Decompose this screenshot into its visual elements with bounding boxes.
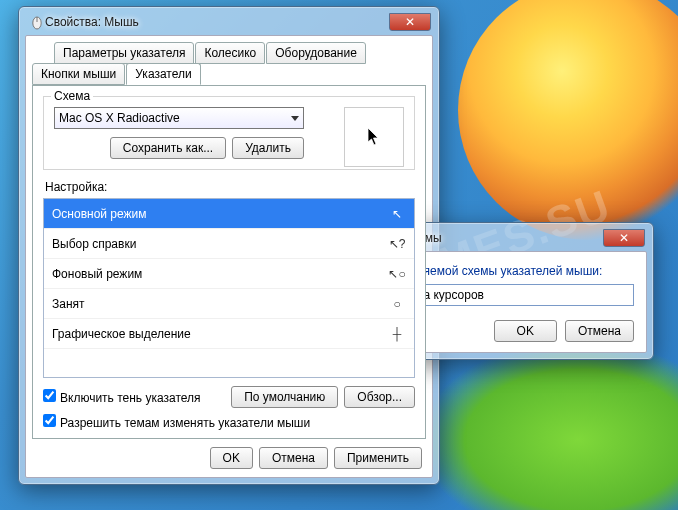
save-as-button[interactable]: Сохранить как... <box>110 137 226 159</box>
cursor-glyph: ↖○ <box>388 267 406 281</box>
tab-hardware[interactable]: Оборудование <box>266 42 366 64</box>
cursor-glyph: ┼ <box>388 327 406 341</box>
close-icon: ✕ <box>405 15 415 29</box>
scheme-group: Схема Mac OS X Radioactive Сохранить как… <box>43 96 415 170</box>
cursor-glyph: ↖? <box>388 237 406 251</box>
mouse-properties-window: Свойства: Мышь ✕ Параметры указателя Кол… <box>18 6 440 485</box>
pointer-list[interactable]: Основной режим↖Выбор справки↖?Фоновый ре… <box>43 198 415 378</box>
list-item-label: Фоновый режим <box>52 267 142 281</box>
scheme-legend: Схема <box>51 89 93 103</box>
cursor-glyph: ↖ <box>388 207 406 221</box>
apply-button[interactable]: Применить <box>334 447 422 469</box>
save-close-button[interactable]: ✕ <box>603 229 645 247</box>
browse-button[interactable]: Обзор... <box>344 386 415 408</box>
allow-themes-checkbox[interactable] <box>43 414 56 427</box>
chevron-down-icon <box>291 116 299 121</box>
scheme-combobox[interactable]: Mac OS X Radioactive <box>54 107 304 129</box>
list-item-label: Занят <box>52 297 85 311</box>
tab-pointers[interactable]: Указатели <box>126 63 200 85</box>
list-item[interactable]: Основной режим↖ <box>44 199 414 229</box>
list-item-label: Графическое выделение <box>52 327 191 341</box>
tab-wheel[interactable]: Колесико <box>195 42 265 64</box>
list-item-label: Основной режим <box>52 207 147 221</box>
allow-themes-label[interactable]: Разрешить темам изменять указатели мыши <box>43 414 310 430</box>
enable-shadow-checkbox[interactable] <box>43 389 56 402</box>
cursor-glyph: ○ <box>388 297 406 311</box>
tab-buttons[interactable]: Кнопки мыши <box>32 63 125 85</box>
ok-button[interactable]: OK <box>210 447 253 469</box>
tab-panel-pointers: Схема Mac OS X Radioactive Сохранить как… <box>32 85 426 439</box>
window-title: Свойства: Мышь <box>45 15 139 29</box>
mouse-icon <box>29 14 45 30</box>
close-icon: ✕ <box>619 231 629 245</box>
tab-pointer-options[interactable]: Параметры указателя <box>54 42 194 64</box>
scheme-value: Mac OS X Radioactive <box>59 111 180 125</box>
enable-shadow-label[interactable]: Включить тень указателя <box>43 389 201 405</box>
save-cancel-button[interactable]: Отмена <box>565 320 634 342</box>
default-button[interactable]: По умолчанию <box>231 386 338 408</box>
customize-label: Настройка: <box>45 180 415 194</box>
list-item-label: Выбор справки <box>52 237 136 251</box>
list-item[interactable]: Графическое выделение┼ <box>44 319 414 349</box>
list-item[interactable]: Занят○ <box>44 289 414 319</box>
list-item[interactable]: Фоновый режим↖○ <box>44 259 414 289</box>
cancel-button[interactable]: Отмена <box>259 447 328 469</box>
list-item[interactable]: Выбор справки↖? <box>44 229 414 259</box>
cursor-arrow-icon <box>367 127 381 147</box>
titlebar: Свойства: Мышь ✕ <box>25 13 433 35</box>
save-ok-button[interactable]: OK <box>494 320 557 342</box>
delete-button[interactable]: Удалить <box>232 137 304 159</box>
close-button[interactable]: ✕ <box>389 13 431 31</box>
cursor-preview-box <box>344 107 404 167</box>
